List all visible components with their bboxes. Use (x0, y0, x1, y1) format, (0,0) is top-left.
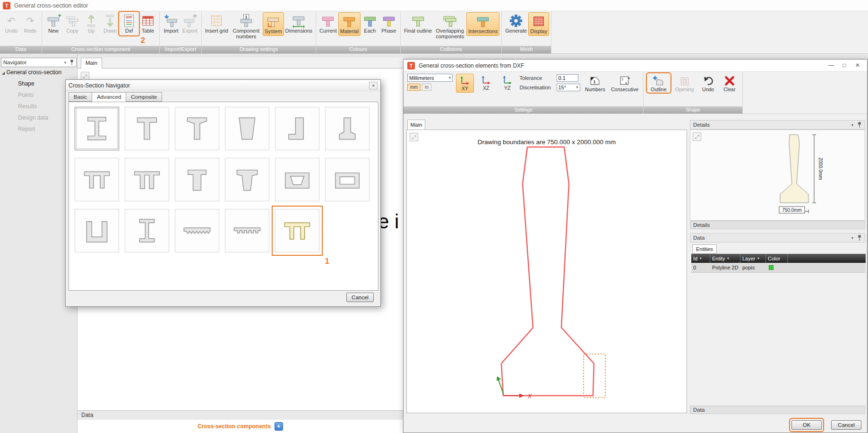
csnav-titlebar[interactable]: Cross-Section Navigator × (66, 80, 380, 91)
tab-entities[interactable]: Entities (692, 244, 717, 254)
dxf-canvas[interactable]: ⤢ Drawing boundaries are 750.000 x 2000.… (406, 130, 687, 413)
down-button[interactable]: Down (101, 12, 120, 35)
table-row[interactable]: 0 Polyline 2D popis (691, 263, 866, 273)
unit-m-button[interactable]: m (422, 84, 431, 91)
plane-xy-button[interactable]: XY (456, 74, 474, 93)
pin-icon[interactable] (857, 234, 862, 241)
collapse-icon[interactable]: ▾ (851, 123, 853, 127)
shape-thumb-ribbed-strip-toothed[interactable] (225, 209, 269, 252)
system-button[interactable]: System (263, 12, 284, 36)
clear-button[interactable]: Clear (721, 74, 739, 92)
dxf-button[interactable]: DXF Dxf 2 (120, 12, 138, 35)
close-icon[interactable]: × (369, 82, 378, 89)
pin-icon[interactable] (69, 59, 74, 66)
close-icon[interactable]: ✕ (851, 61, 864, 70)
shape-thumb-t-thick-stem[interactable] (175, 158, 219, 201)
shape-thumb-i-section-narrow[interactable] (125, 209, 169, 252)
plane-xz-button[interactable]: XZ (477, 74, 495, 92)
tree-root-general-cross-section[interactable]: ◢ General cross-section (2, 69, 61, 76)
dxf-undo-button[interactable]: Undo (699, 74, 717, 92)
details-footer-bar[interactable]: Details (690, 221, 865, 229)
tab-advanced[interactable]: Advanced (92, 92, 126, 102)
consecutive-button[interactable]: 14 Consecutive (610, 74, 639, 92)
shape-thumb-t-tapered-flange[interactable] (175, 107, 219, 150)
insert-grid-button[interactable]: Insert grid (204, 12, 230, 35)
opening-button[interactable]: Opening (673, 74, 696, 92)
component-numbers-button[interactable]: 1 Component numbers (230, 12, 263, 41)
tab-composite[interactable]: Composite (126, 92, 162, 102)
shape-thumb-pedestal[interactable] (325, 107, 370, 150)
export-button[interactable]: Export (180, 12, 199, 35)
add-component-button[interactable]: + (275, 422, 283, 431)
shape-thumb-double-tee[interactable] (75, 158, 119, 201)
sidebar-item-points[interactable]: Points (18, 92, 34, 98)
unit-mm-button[interactable]: mm (407, 84, 421, 91)
cross-section-outline[interactable] (501, 147, 594, 396)
shape-thumb-double-tee-selected[interactable]: 1 (275, 209, 319, 252)
intersections-button[interactable]: Intersections (466, 12, 499, 36)
tab-basic[interactable]: Basic (69, 92, 92, 102)
shape-thumb-double-tee-wide[interactable] (125, 158, 169, 201)
expand-icon[interactable]: ⤢ (410, 133, 418, 141)
expand-icon[interactable]: ⤢ (693, 132, 701, 141)
sidebar-item-results[interactable]: Results (18, 103, 37, 110)
navigator-dropdown[interactable]: Navigator ▾ (1, 58, 77, 67)
numbers-button[interactable]: 1 Numbers (584, 74, 607, 92)
material-colour-button[interactable]: Material (338, 12, 361, 36)
units-dropdown[interactable]: Millimeters▾ (407, 74, 453, 82)
dxf-cancel-button[interactable]: Cancel (831, 420, 861, 430)
col-entity[interactable]: Entity▼ (710, 254, 740, 263)
table-button[interactable]: Table (138, 12, 157, 35)
up-button[interactable]: Up (82, 12, 101, 35)
chevron-down-icon[interactable]: ▾ (64, 61, 66, 65)
pin-icon[interactable] (857, 121, 862, 128)
tree-expander-icon[interactable]: ◢ (2, 71, 5, 75)
shape-thumb-i-section[interactable] (75, 107, 119, 150)
col-color[interactable]: Color (766, 254, 788, 263)
dimensions-button[interactable]: Dimensions (284, 12, 314, 35)
shape-thumb-wedge[interactable] (225, 107, 269, 150)
discretisation-dropdown[interactable]: 15°▾ (557, 84, 580, 91)
display-mesh-button[interactable]: Display (528, 12, 549, 36)
shape-thumb-trough[interactable] (275, 158, 319, 201)
plane-yz-button[interactable]: YZ (498, 74, 516, 92)
sidebar-item-shape[interactable]: Shape (18, 80, 34, 87)
copy-button[interactable]: Copy (63, 12, 82, 35)
filter-icon[interactable]: ▼ (757, 257, 760, 260)
filter-icon[interactable]: ▼ (699, 257, 702, 260)
sidebar-item-design-data[interactable]: Design data (18, 114, 48, 121)
details-header[interactable]: Details ▾ (690, 120, 865, 130)
data-panel-header[interactable]: Data (77, 410, 403, 420)
filter-icon[interactable]: ▼ (727, 257, 730, 260)
dxf-titlebar[interactable]: T General cross-section elements from DX… (404, 60, 867, 72)
shape-thumb-box-hollow[interactable] (325, 158, 370, 201)
csnav-cancel-button[interactable]: Cancel (346, 293, 374, 302)
each-colour-button[interactable]: Each (361, 12, 379, 35)
col-id[interactable]: Id▼ (691, 254, 710, 263)
tolerance-input[interactable] (557, 74, 578, 82)
selection-box[interactable] (584, 354, 605, 398)
outline-button[interactable]: Outline (647, 74, 670, 92)
current-colour-button[interactable]: Current (318, 12, 338, 35)
shape-thumb-t-section[interactable] (125, 107, 169, 150)
maximize-icon[interactable]: □ (838, 61, 851, 70)
import-button[interactable]: Import (162, 12, 180, 35)
shape-thumb-ribbed-strip[interactable] (175, 209, 219, 252)
collapse-icon[interactable]: ▾ (851, 236, 853, 240)
final-outline-button[interactable]: Final outline (403, 12, 433, 35)
shape-thumb-pedestal-left[interactable] (275, 107, 319, 150)
data-header[interactable]: Data ▾ (690, 233, 865, 242)
undo-button[interactable]: ↶ Undo (2, 12, 21, 35)
phase-colour-button[interactable]: Phase (379, 12, 398, 35)
tab-main[interactable]: Main (81, 58, 102, 69)
dxf-tab-main[interactable]: Main (407, 120, 425, 130)
ok-button[interactable]: OK (791, 420, 822, 430)
generate-mesh-button[interactable]: Generate (504, 12, 528, 35)
redo-button[interactable]: ↷ Redo (21, 12, 40, 35)
new-button[interactable]: + New (44, 12, 63, 35)
shape-thumb-u-channel[interactable] (75, 209, 119, 252)
data-footer-bar[interactable]: Data (690, 406, 865, 414)
col-layer[interactable]: Layer▼ (740, 254, 766, 263)
sidebar-item-report[interactable]: Report (18, 126, 35, 132)
overlapping-components-button[interactable]: Overlapping components (433, 12, 466, 41)
